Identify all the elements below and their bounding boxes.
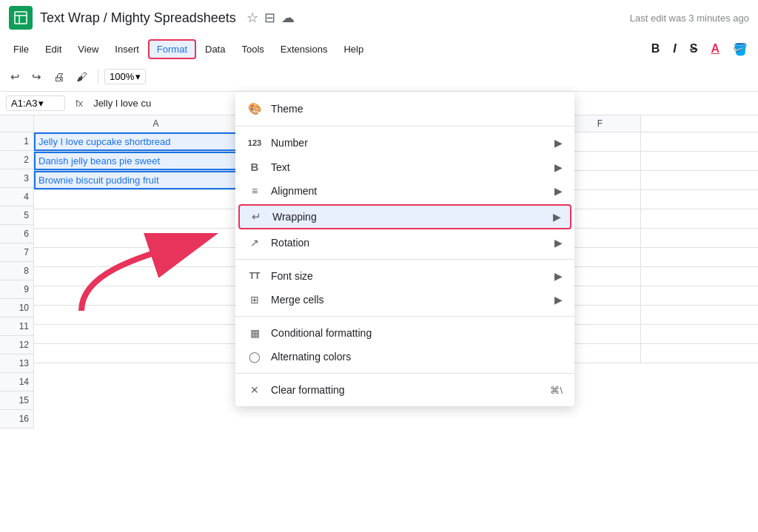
text-icon: B <box>247 161 262 173</box>
menu-data[interactable]: Data <box>198 41 232 58</box>
row-num-9: 9 <box>0 280 33 299</box>
fontsize-arrow: ▶ <box>554 270 563 282</box>
row-num-7: 7 <box>0 243 33 262</box>
menu-item-clear[interactable]: ✕ Clear formatting ⌘\ <box>235 378 574 402</box>
format-dropdown-menu: 🎨 Theme 123 Number ▶ B Text ▶ ≡ Alignmen… <box>235 92 574 406</box>
row-num-16: 16 <box>0 410 33 428</box>
app-icon <box>9 6 33 30</box>
cell-ref-value: A1:A3 <box>11 98 37 109</box>
alignment-label: Alignment <box>271 185 546 197</box>
row-num-3: 3 <box>0 169 33 188</box>
doc-title: Text Wrap / Mighty Spreadsheets <box>40 10 236 26</box>
corner-cell <box>0 115 34 132</box>
strikethrough-button[interactable]: S <box>685 41 702 57</box>
menu-file[interactable]: File <box>6 41 36 58</box>
star-icon[interactable]: ☆ <box>246 10 258 26</box>
row-num-1: 1 <box>0 132 33 151</box>
fontsize-icon: TT <box>247 271 262 281</box>
cell-ref-dropdown[interactable]: ▾ <box>38 98 44 109</box>
clear-icon: ✕ <box>247 384 262 396</box>
divider-3 <box>235 316 574 317</box>
row-numbers: 1 2 3 4 5 6 7 8 9 10 11 12 13 14 15 16 <box>0 132 34 428</box>
redo-button[interactable]: ↪ <box>27 67 46 87</box>
row-num-11: 11 <box>0 317 33 336</box>
menu-item-alignment[interactable]: ≡ Alignment ▶ <box>235 179 574 203</box>
alternating-icon: ◯ <box>247 351 262 363</box>
folder-icon[interactable]: ⊟ <box>264 10 275 26</box>
print-button[interactable]: 🖨 <box>49 67 69 86</box>
number-label: Number <box>271 137 546 149</box>
zoom-dropdown-icon: ▾ <box>135 71 141 82</box>
row-num-15: 15 <box>0 391 33 410</box>
menu-extensions[interactable]: Extensions <box>273 41 335 58</box>
menu-bar: File Edit View Insert Format Data Tools … <box>0 36 758 62</box>
menu-item-conditional[interactable]: ▦ Conditional formatting <box>235 321 574 345</box>
italic-button[interactable]: I <box>668 41 680 57</box>
wrapping-arrow: ▶ <box>553 211 561 223</box>
menu-help[interactable]: Help <box>336 41 371 58</box>
row-num-14: 14 <box>0 373 33 391</box>
text-arrow: ▶ <box>554 161 563 173</box>
fontsize-label: Font size <box>271 270 546 282</box>
last-edit-label: Last edit was 3 minutes ago <box>630 13 749 24</box>
row-num-5: 5 <box>0 206 33 225</box>
row-num-8: 8 <box>0 262 33 280</box>
theme-label: Theme <box>271 103 563 115</box>
row-num-2: 2 <box>0 151 33 169</box>
row-num-4: 4 <box>0 188 33 206</box>
undo-button[interactable]: ↩ <box>6 67 24 87</box>
clear-label: Clear formatting <box>271 384 541 396</box>
conditional-icon: ▦ <box>247 327 262 339</box>
cell-reference[interactable]: A1:A3 ▾ <box>6 95 65 111</box>
row-num-6: 6 <box>0 225 33 243</box>
menu-item-merge[interactable]: ⊞ Merge cells ▶ <box>235 288 574 312</box>
menu-item-text[interactable]: B Text ▶ <box>235 155 574 179</box>
fx-label: fx <box>71 98 87 109</box>
menu-format[interactable]: Format <box>148 39 196 59</box>
right-toolbar: B I S A 🪣 <box>647 41 752 58</box>
svg-rect-0 <box>15 12 27 24</box>
clear-shortcut: ⌘\ <box>550 385 563 396</box>
text-label: Text <box>271 161 546 173</box>
zoom-label: 100% <box>110 71 134 82</box>
menu-tools[interactable]: Tools <box>234 41 271 58</box>
divider-4 <box>235 373 574 374</box>
merge-label: Merge cells <box>271 294 546 306</box>
menu-item-rotation[interactable]: ↗ Rotation ▶ <box>235 231 574 255</box>
wrapping-label: Wrapping <box>272 211 544 223</box>
rotation-label: Rotation <box>271 237 546 249</box>
row-num-13: 13 <box>0 354 33 373</box>
alignment-icon: ≡ <box>247 185 262 197</box>
font-color-button[interactable]: A <box>706 41 724 57</box>
rotation-icon: ↗ <box>247 237 262 249</box>
theme-icon: 🎨 <box>247 102 262 115</box>
rotation-arrow: ▶ <box>554 237 563 249</box>
menu-insert[interactable]: Insert <box>107 41 147 58</box>
cloud-icon[interactable]: ☁ <box>281 10 295 26</box>
merge-arrow: ▶ <box>554 294 563 306</box>
menu-item-wrapping[interactable]: ↵ Wrapping ▶ <box>238 204 571 229</box>
menu-view[interactable]: View <box>70 41 106 58</box>
menu-item-number[interactable]: 123 Number ▶ <box>235 131 574 155</box>
paint-format-button[interactable]: 🖌 <box>72 67 92 86</box>
fill-color-button[interactable]: 🪣 <box>728 41 752 58</box>
zoom-control[interactable]: 100% ▾ <box>104 69 146 84</box>
merge-icon: ⊞ <box>247 294 262 306</box>
conditional-label: Conditional formatting <box>271 327 563 339</box>
bold-button[interactable]: B <box>647 41 665 57</box>
alignment-arrow: ▶ <box>554 185 563 197</box>
wrapping-icon: ↵ <box>249 210 264 223</box>
menu-edit[interactable]: Edit <box>38 41 69 58</box>
menu-item-theme[interactable]: 🎨 Theme <box>235 96 574 121</box>
divider-2 <box>235 259 574 260</box>
row-num-10: 10 <box>0 299 33 317</box>
number-icon: 123 <box>247 138 262 147</box>
menu-item-fontsize[interactable]: TT Font size ▶ <box>235 264 574 288</box>
title-icons: ☆ ⊟ ☁ <box>246 10 295 26</box>
toolbar: ↩ ↪ 🖨 🖌 100% ▾ <box>0 62 758 92</box>
menu-item-alternating[interactable]: ◯ Alternating colors <box>235 345 574 368</box>
divider-1 <box>235 126 574 127</box>
row-num-12: 12 <box>0 336 33 354</box>
alternating-label: Alternating colors <box>271 351 563 363</box>
toolbar-separator-1 <box>98 70 98 84</box>
